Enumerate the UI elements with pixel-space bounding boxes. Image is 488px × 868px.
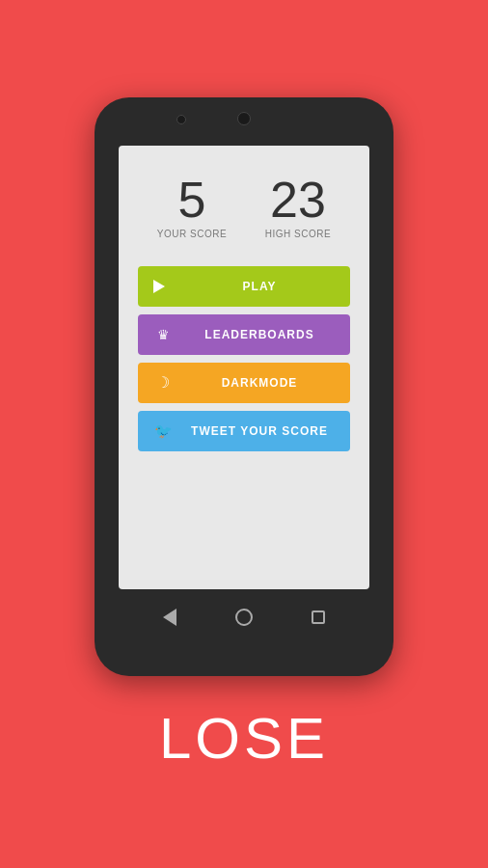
high-score-value: 23	[270, 175, 326, 225]
play-button-label: PLAY	[184, 280, 335, 293]
nav-recent-icon[interactable]	[312, 610, 325, 624]
play-button[interactable]: PLAY	[138, 266, 350, 307]
crown-icon: ♛	[153, 327, 173, 342]
high-score-label: HIGH SCORE	[265, 229, 331, 239]
tweet-button-label: TWEET YOUR SCORE	[184, 424, 335, 438]
nav-home-icon[interactable]	[235, 609, 253, 626]
darkmode-button-label: DARKMODE	[184, 376, 335, 390]
your-score-value: 5	[178, 175, 206, 225]
twitter-icon: 🐦	[153, 422, 173, 440]
darkmode-button[interactable]: ☽ DARKMODE	[138, 363, 350, 403]
leaderboards-button-label: LEADERBOARDS	[184, 328, 335, 341]
your-score-block: 5 YOUR SCORE	[157, 175, 227, 239]
phone-nav-bar	[95, 589, 393, 645]
high-score-block: 23 HIGH SCORE	[265, 175, 331, 239]
phone-camera	[176, 115, 186, 124]
moon-icon: ☽	[153, 373, 173, 392]
phone-speaker	[237, 112, 251, 125]
lose-label: LOSE	[159, 705, 329, 772]
buttons-container: PLAY ♛ LEADERBOARDS ☽ DARKMODE 🐦 TWEET Y…	[138, 266, 350, 451]
leaderboards-button[interactable]: ♛ LEADERBOARDS	[138, 314, 350, 355]
scores-container: 5 YOUR SCORE 23 HIGH SCORE	[138, 175, 350, 239]
phone-top-bar	[95, 97, 393, 146]
phone-screen: 5 YOUR SCORE 23 HIGH SCORE PLAY ♛	[119, 146, 369, 589]
tweet-button[interactable]: 🐦 TWEET YOUR SCORE	[138, 411, 350, 451]
nav-back-icon[interactable]	[163, 609, 176, 626]
play-icon	[153, 280, 173, 293]
phone-body: 5 YOUR SCORE 23 HIGH SCORE PLAY ♛	[95, 97, 393, 676]
your-score-label: YOUR SCORE	[157, 229, 227, 239]
phone-device: 5 YOUR SCORE 23 HIGH SCORE PLAY ♛	[95, 97, 393, 676]
